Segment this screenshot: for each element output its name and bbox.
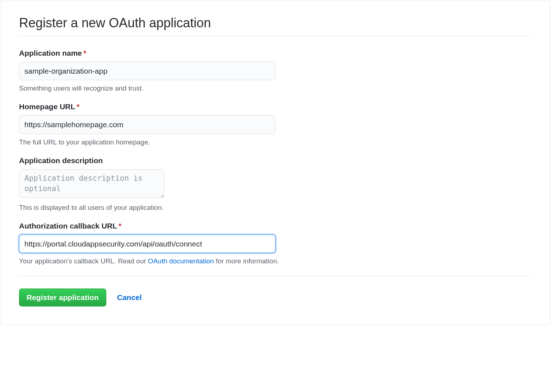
label-text: Authorization callback URL (19, 222, 117, 230)
label-text: Homepage URL (19, 102, 75, 111)
description-label: Application description (19, 156, 532, 165)
oauth-registration-form: Register a new OAuth application Applica… (1, 1, 550, 325)
homepage-url-label: Homepage URL* (19, 102, 532, 111)
required-indicator: * (77, 102, 79, 111)
required-indicator: * (119, 222, 121, 230)
callback-url-help: Your application's callback URL. Read ou… (19, 257, 532, 265)
page-title: Register a new OAuth application (19, 15, 532, 36)
callback-url-label: Authorization callback URL* (19, 222, 532, 230)
callback-url-group: Authorization callback URL* Your applica… (19, 222, 532, 265)
required-indicator: * (83, 49, 86, 57)
homepage-url-input[interactable] (19, 115, 276, 134)
description-group: Application description This is displaye… (19, 156, 532, 212)
description-textarea[interactable] (19, 169, 164, 198)
label-text: Application name (19, 49, 82, 57)
homepage-url-group: Homepage URL* The full URL to your appli… (19, 102, 532, 146)
callback-url-input[interactable] (19, 235, 276, 253)
description-help: This is displayed to all users of your a… (19, 204, 532, 212)
form-actions: Register application Cancel (19, 276, 532, 306)
app-name-label: Application name* (19, 49, 532, 57)
app-name-help: Something users will recognize and trust… (19, 84, 532, 92)
homepage-url-help: The full URL to your application homepag… (19, 138, 532, 146)
help-prefix: Your application's callback URL. Read ou… (19, 257, 148, 265)
oauth-documentation-link[interactable]: OAuth documentation (148, 257, 214, 265)
register-application-button[interactable]: Register application (19, 289, 106, 306)
help-suffix: for more information. (214, 257, 279, 265)
app-name-input[interactable] (19, 62, 276, 80)
app-name-group: Application name* Something users will r… (19, 49, 532, 92)
cancel-button[interactable]: Cancel (117, 293, 142, 302)
